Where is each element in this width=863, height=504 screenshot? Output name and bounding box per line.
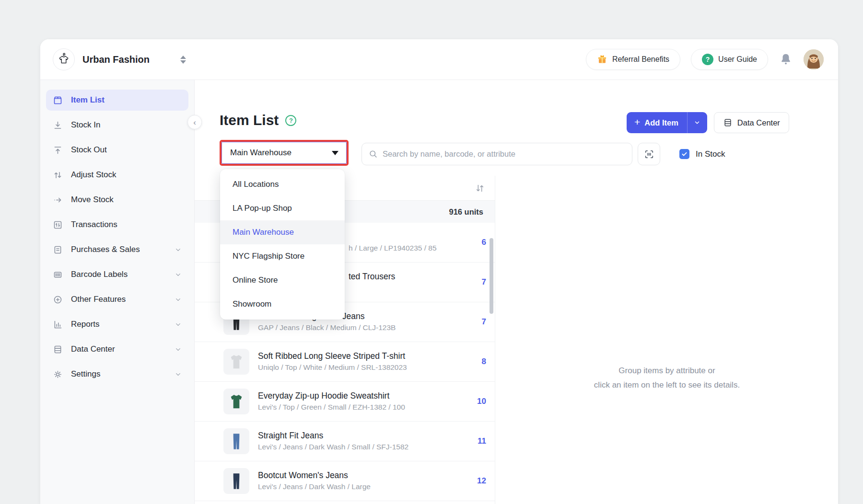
sidebar-item-label: Data Center [71,344,115,354]
item-title [349,232,437,242]
sidebar-item-adjust-stock[interactable]: Adjust Stock [46,164,188,185]
sidebar-item-data-center[interactable]: Data Center [46,339,188,360]
item-row[interactable]: Everyday Zip-up Hoodie Sweatshirt Levi's… [195,382,495,422]
org-switcher-icon[interactable] [180,56,186,64]
add-item-label: Add Item [644,118,678,127]
package-icon [53,95,63,105]
sidebar-item-transactions[interactable]: Transactions [46,214,188,235]
chevron-down-icon [175,271,182,278]
dropdown-option-label: LA Pop-up Shop [233,204,292,213]
item-row[interactable]: Bootcut Women's Jeans Levi's / Jeans / D… [195,461,495,501]
sidebar-item-barcode-labels[interactable]: Barcode Labels [46,264,188,285]
sidebar-item-item-list[interactable]: Item List [46,90,188,111]
barcode-icon [53,270,63,280]
chevron-down-icon [175,346,182,353]
sidebar-item-label: Transactions [71,220,117,229]
add-item-button[interactable]: + Add Item [627,112,707,133]
item-attributes: Levi's / Jeans / Dark Wash / Large [258,482,371,492]
sidebar-item-label: Settings [71,369,100,379]
adjust-stock-icon [53,170,63,180]
item-row[interactable]: Soft Ribbed Long Sleeve Striped T-shirt … [195,342,495,382]
item-title: Bootcut Women's Jeans [258,470,371,481]
gift-icon [597,54,607,65]
sidebar-item-label: Adjust Stock [71,170,117,180]
app-window: Urban Fashion Referral Benefits ? User G… [40,39,838,504]
chevron-down-icon [175,321,182,328]
chevron-down-icon [694,119,700,126]
detail-hint-line2: click an item on the left to see its det… [496,378,838,392]
item-quantity: 10 [477,397,486,406]
plus-circle-icon [53,295,63,305]
sidebar-item-stock-in[interactable]: Stock In [46,115,188,136]
database-icon [723,118,733,127]
dropdown-option-la-pop-up-shop[interactable]: LA Pop-up Shop [220,196,345,220]
sidebar-item-label: Purchases & Sales [71,245,140,254]
in-stock-filter[interactable]: In Stock [679,143,725,165]
sidebar-item-other-features[interactable]: Other Features [46,289,188,310]
dropdown-option-all-locations[interactable]: All Locations [220,172,345,196]
item-attributes: h / Large / LP1940235 / 85 [349,244,437,253]
question-circle-icon: ? [702,54,713,65]
checkmark-icon [681,151,688,157]
chevron-down-icon [175,371,182,378]
scrollbar-thumb[interactable] [490,238,493,314]
move-stock-icon [53,195,63,205]
dropdown-option-showroom[interactable]: Showroom [220,292,345,316]
notification-bell-icon[interactable] [779,52,793,67]
dropdown-option-label: Main Warehouse [233,228,294,237]
dropdown-option-main-warehouse[interactable]: Main Warehouse [220,220,345,244]
data-center-label: Data Center [737,118,780,127]
search-input[interactable] [383,149,625,159]
in-stock-checkbox[interactable] [679,149,689,159]
dropdown-option-nyc-flagship-store[interactable]: NYC Flagship Store [220,244,345,268]
user-guide-button[interactable]: ? User Guide [691,49,768,70]
search-bar [362,143,632,165]
item-row[interactable]: Straight Fit Jeans Levi's / Jeans / Dark… [195,422,495,461]
sidebar-item-label: Other Features [71,295,126,304]
item-quantity: 11 [478,436,486,446]
annotation-highlight-box: Main Warehouse [220,140,349,166]
barcode-scan-icon [644,149,654,160]
barcode-scan-button[interactable] [638,143,660,165]
item-attributes: Levi's / Top / Green / Small / EZH-1382 … [258,403,405,412]
dropdown-option-label: All Locations [233,180,279,189]
item-attributes: Uniqlo / Top / White / Medium / SRL-1382… [258,363,407,372]
chevron-down-icon [175,296,182,303]
location-select[interactable]: Main Warehouse [222,142,347,164]
item-quantity: 6 [482,238,486,247]
item-quantity: 7 [482,317,486,327]
detail-hint-text: Group items by attribute or click an ite… [496,364,838,392]
user-guide-label: User Guide [718,55,757,64]
item-thumbnail [223,389,249,414]
stock-in-icon [53,120,63,130]
user-avatar[interactable] [804,49,824,69]
sidebar-item-label: Move Stock [71,195,114,205]
sidebar-item-label: Item List [71,95,105,105]
item-title: Straight Fit Jeans [258,431,408,441]
sidebar-item-label: Barcode Labels [71,270,128,279]
app-name: Urban Fashion [82,54,150,65]
sidebar-item-stock-out[interactable]: Stock Out [46,139,188,160]
sidebar-item-label: Stock In [71,120,100,130]
item-title: ted Trousers [349,272,395,282]
item-attributes: GAP / Jeans / Black / Medium / CLJ-123B [258,323,396,332]
gear-icon [53,369,63,379]
sidebar-item-move-stock[interactable]: Move Stock [46,189,188,210]
sidebar-item-settings[interactable]: Settings [46,364,188,385]
sidebar-collapse-button[interactable]: ‹ [187,115,202,129]
dropdown-option-online-store[interactable]: Online Store [220,268,345,292]
location-dropdown-menu: All LocationsLA Pop-up ShopMain Warehous… [220,169,345,320]
add-item-dropdown-caret[interactable] [687,112,707,133]
sidebar-item-purchases-sales[interactable]: Purchases & Sales [46,239,188,260]
item-quantity: 12 [477,476,486,486]
sidebar: Item List Stock In Stock Out Adjust Stoc… [40,80,195,504]
stock-out-icon [53,145,63,155]
referral-benefits-button[interactable]: Referral Benefits [586,49,680,70]
main-content: Item List ? + Add Item D [195,80,838,504]
sidebar-item-label: Reports [71,320,100,329]
data-center-button[interactable]: Data Center [714,112,789,133]
app-header: Urban Fashion Referral Benefits ? User G… [40,39,838,80]
help-icon[interactable]: ? [285,115,296,126]
sort-icon[interactable] [475,183,485,194]
sidebar-item-reports[interactable]: Reports [46,314,188,335]
